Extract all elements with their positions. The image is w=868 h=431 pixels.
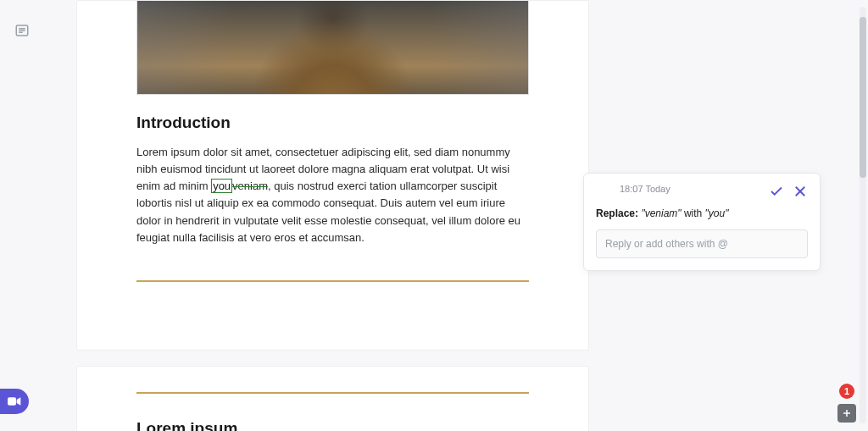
section-heading-introduction: Introduction — [136, 113, 529, 132]
close-icon — [793, 184, 808, 199]
comment-body: Replace: "veniam" with "you" — [596, 207, 808, 219]
comment-old-value: "veniam" — [641, 207, 681, 219]
comment-new-value: "you" — [705, 207, 729, 219]
document-page-1[interactable]: Introduction Lorem ipsum dolor sit amet,… — [76, 0, 589, 351]
tracked-insert[interactable]: you — [211, 179, 232, 193]
video-call-button[interactable] — [0, 389, 29, 414]
comment-action-label: Replace: — [596, 207, 638, 219]
section-heading-lorem: Lorem ipsum — [136, 419, 529, 431]
section-divider — [136, 280, 529, 282]
check-icon — [769, 184, 784, 199]
comment-header: 18:07 Today — [596, 184, 808, 199]
bottom-right-stack: 1 — [837, 384, 856, 423]
comment-card[interactable]: 18:07 Today Replace: "veniam" with "you" — [583, 173, 821, 271]
section-body-introduction[interactable]: Lorem ipsum dolor sit amet, consectetuer… — [136, 144, 529, 246]
page-stack: Introduction Lorem ipsum dolor sit amet,… — [76, 0, 589, 431]
comment-actions — [769, 184, 808, 199]
scrollbar-thumb[interactable] — [860, 17, 866, 178]
comment-mid-text: with — [682, 207, 705, 219]
vertical-scrollbar[interactable] — [860, 7, 866, 423]
plus-icon — [842, 408, 852, 418]
hero-image — [136, 1, 529, 95]
outline-toggle-button[interactable] — [12, 20, 32, 41]
reject-change-button[interactable] — [793, 184, 808, 199]
app-root: Introduction Lorem ipsum dolor sit amet,… — [0, 0, 868, 431]
section-divider — [136, 392, 529, 394]
document-page-2[interactable]: Lorem ipsum Lorem ipsum dolor sit amet, … — [76, 366, 589, 431]
svg-rect-6 — [8, 397, 16, 405]
outline-icon — [14, 23, 30, 38]
comment-meta: 18:07 Today — [596, 184, 769, 194]
tracked-delete[interactable]: veniam — [232, 180, 268, 192]
notification-badge[interactable]: 1 — [839, 384, 854, 399]
video-camera-icon — [8, 396, 21, 406]
add-comment-button[interactable] — [837, 404, 856, 423]
comment-reply-input[interactable] — [596, 229, 808, 258]
comment-timestamp: 18:07 Today — [620, 184, 769, 194]
accept-change-button[interactable] — [769, 184, 784, 199]
